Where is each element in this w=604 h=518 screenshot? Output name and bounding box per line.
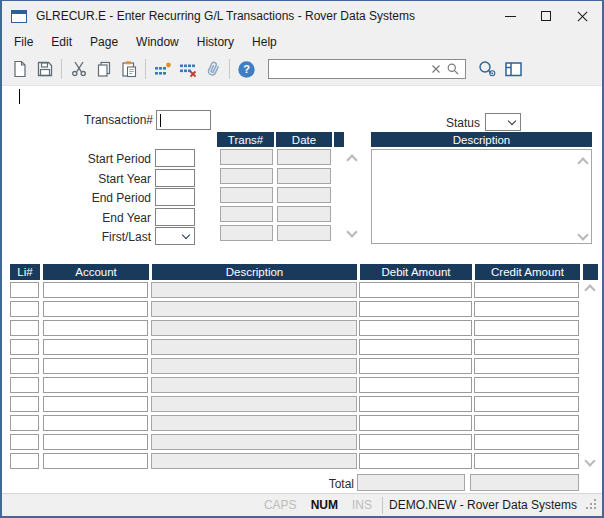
line-number-cell[interactable]: [10, 377, 39, 393]
credit-cell[interactable]: [474, 339, 579, 355]
credit-cell[interactable]: [474, 320, 579, 336]
menu-item[interactable]: File: [5, 32, 42, 52]
line-number-cell[interactable]: [10, 415, 39, 431]
debit-cell[interactable]: [359, 415, 472, 431]
help-button[interactable]: ?: [234, 56, 259, 82]
minimize-button[interactable]: [492, 1, 528, 31]
account-cell[interactable]: [43, 377, 148, 393]
account-cell[interactable]: [43, 320, 148, 336]
line-number-cell[interactable]: [10, 339, 39, 355]
line-number-cell[interactable]: [10, 301, 39, 317]
credit-cell[interactable]: [474, 396, 579, 412]
description-textarea[interactable]: [371, 149, 592, 244]
start-period-input[interactable]: [155, 149, 195, 167]
scroll-column-header: [583, 264, 598, 280]
menu-item[interactable]: History: [188, 32, 243, 52]
end-period-input[interactable]: [155, 188, 195, 206]
num-indicator: NUM: [311, 498, 338, 512]
debit-cell[interactable]: [359, 377, 472, 393]
credit-cell[interactable]: [474, 358, 579, 374]
copy-button[interactable]: [91, 56, 116, 82]
menu-item[interactable]: Help: [243, 32, 286, 52]
maximize-button[interactable]: [528, 1, 564, 31]
debit-cell[interactable]: [359, 453, 472, 469]
search-input[interactable]: [273, 62, 428, 76]
new-document-button[interactable]: [7, 56, 32, 82]
close-button[interactable]: [564, 1, 600, 31]
account-cell[interactable]: [43, 282, 148, 298]
table-row: [10, 339, 579, 355]
line-number-cell[interactable]: [10, 396, 39, 412]
credit-cell[interactable]: [474, 377, 579, 393]
paste-button[interactable]: [116, 56, 141, 82]
debit-cell[interactable]: [359, 301, 472, 317]
description-cell: [151, 358, 357, 374]
trans-table-row[interactable]: [220, 225, 331, 241]
debit-cell[interactable]: [359, 320, 472, 336]
debit-cell[interactable]: [359, 434, 472, 450]
trans-cell: [220, 149, 273, 165]
transaction-input[interactable]: [156, 110, 211, 130]
trans-table-row[interactable]: [220, 149, 331, 165]
status-select[interactable]: [485, 113, 521, 131]
window-title: GLRECUR.E - Enter Recurring G/L Transact…: [36, 9, 415, 23]
scroll-down-icon[interactable]: [584, 455, 595, 466]
trans-table-row[interactable]: [220, 168, 331, 184]
credit-cell[interactable]: [474, 434, 579, 450]
chevron-down-icon: [182, 231, 190, 239]
transaction-label: Transaction#: [2, 113, 153, 127]
input-caret: [160, 114, 161, 127]
total-credit-field: [470, 474, 579, 491]
trans-table-header: Trans# Date: [217, 132, 344, 147]
line-number-cell[interactable]: [10, 358, 39, 374]
first-last-select[interactable]: [155, 227, 195, 245]
line-number-cell[interactable]: [10, 282, 39, 298]
table-row: [10, 396, 579, 412]
scroll-up-icon[interactable]: [346, 154, 357, 165]
credit-cell[interactable]: [474, 415, 579, 431]
table-row: [10, 434, 579, 450]
debit-cell[interactable]: [359, 396, 472, 412]
delete-rows-button[interactable]: [175, 56, 200, 82]
scroll-down-icon[interactable]: [346, 226, 357, 237]
menu-item[interactable]: Window: [127, 32, 188, 52]
trans-table-row[interactable]: [220, 187, 331, 203]
debit-cell[interactable]: [359, 339, 472, 355]
trans-table-row[interactable]: [220, 206, 331, 222]
scroll-up-icon[interactable]: [584, 284, 595, 295]
start-year-input[interactable]: [155, 169, 195, 187]
line-number-cell[interactable]: [10, 453, 39, 469]
credit-cell[interactable]: [474, 282, 579, 298]
search-button[interactable]: [444, 62, 462, 76]
account-cell[interactable]: [43, 415, 148, 431]
date-cell: [277, 168, 331, 184]
clear-search-button[interactable]: [428, 63, 444, 75]
table-row: [10, 415, 579, 431]
credit-cell[interactable]: [474, 301, 579, 317]
svg-text:?: ?: [243, 63, 250, 75]
account-cell[interactable]: [43, 453, 148, 469]
grid-header: Li# Account Description Debit Amount Cre…: [10, 264, 598, 280]
resize-grip-icon[interactable]: [586, 499, 598, 511]
insert-rows-button[interactable]: [150, 56, 175, 82]
panel-layout-button[interactable]: [501, 56, 526, 82]
debit-cell[interactable]: [359, 358, 472, 374]
credit-cell[interactable]: [474, 453, 579, 469]
line-number-cell[interactable]: [10, 434, 39, 450]
account-cell[interactable]: [43, 301, 148, 317]
account-cell[interactable]: [43, 339, 148, 355]
cut-button[interactable]: [66, 56, 91, 82]
account-cell[interactable]: [43, 396, 148, 412]
menu-item[interactable]: Page: [81, 32, 127, 52]
attachment-button[interactable]: [200, 56, 225, 82]
debit-cell[interactable]: [359, 282, 472, 298]
ins-indicator: INS: [352, 498, 372, 512]
delete-rows-icon: [179, 60, 197, 78]
line-number-cell[interactable]: [10, 320, 39, 336]
account-cell[interactable]: [43, 434, 148, 450]
menu-item[interactable]: Edit: [42, 32, 81, 52]
save-button[interactable]: [32, 56, 57, 82]
account-cell[interactable]: [43, 358, 148, 374]
find-view-button[interactable]: [473, 56, 501, 82]
end-year-input[interactable]: [155, 208, 195, 226]
